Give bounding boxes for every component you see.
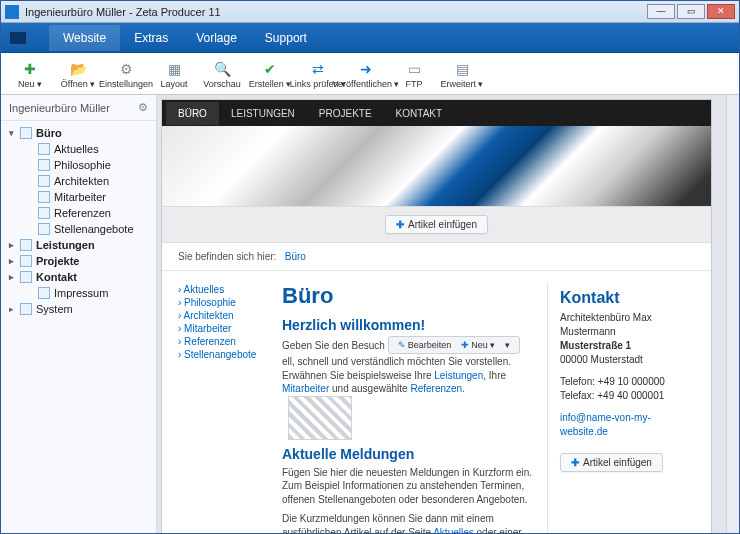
tool-öffnen[interactable]: 📂Öffnen ▾	[55, 58, 101, 89]
site-nav-buero[interactable]: BÜRO	[166, 102, 219, 125]
preview-pane: BÜRO LEISTUNGEN PROJEKTE KONTAKT ✚ Artik…	[157, 95, 739, 533]
site-nav-kontakt[interactable]: KONTAKT	[384, 102, 454, 125]
plus-icon: ✚	[396, 219, 404, 230]
subnav-referenzen[interactable]: Referenzen	[178, 335, 268, 348]
toolbar: ✚Neu ▾📂Öffnen ▾⚙Einstellungen▦Layout🔍Vor…	[1, 53, 739, 95]
insert-article-button-right[interactable]: ✚ Artikel einfügen	[560, 453, 663, 472]
breadcrumb: Sie befinden sich hier: Büro	[162, 243, 711, 271]
tool-layout[interactable]: ▦Layout	[151, 58, 197, 89]
page-icon	[20, 271, 32, 283]
link-referenzen[interactable]: Referenzen	[410, 383, 462, 394]
page-icon	[38, 191, 50, 203]
news-heading: Aktuelle Meldungen	[282, 446, 533, 462]
menu-vorlage[interactable]: Vorlage	[182, 25, 251, 51]
tree-node-impressum[interactable]: Impressum	[3, 285, 154, 301]
tree-node-aktuelles[interactable]: Aktuelles	[3, 141, 154, 157]
page-icon	[20, 239, 32, 251]
site-nav-leistungen[interactable]: LEISTUNGEN	[219, 102, 307, 125]
page-canvas: BÜRO LEISTUNGEN PROJEKTE KONTAKT ✚ Artik…	[161, 99, 712, 533]
tool-einstellungen[interactable]: ⚙Einstellungen	[103, 58, 149, 89]
twisty-icon[interactable]: ▾	[7, 128, 16, 138]
twisty-icon[interactable]: ▸	[7, 272, 16, 282]
hero-image	[162, 126, 711, 206]
insert-article-button-top[interactable]: ✚ Artikel einfügen	[385, 215, 488, 234]
contact-email-link[interactable]: info@name-von-my-website.de	[560, 412, 651, 437]
inline-edit-toolbar[interactable]: ✎Bearbeiten ✚Neu▾ ▾	[388, 336, 520, 354]
ftp-icon: ▭	[405, 60, 423, 78]
news-paragraph-1[interactable]: Fügen Sie hier die neuesten Meldungen in…	[282, 466, 533, 507]
link-aktuelles[interactable]: Aktuelles	[433, 527, 474, 533]
sidebar-header: Ingenieurbüro Müller ⚙	[1, 95, 156, 121]
tree-node-mitarbeiter[interactable]: Mitarbeiter	[3, 189, 154, 205]
chevron-down-icon: ▾	[505, 339, 510, 351]
main-split: Ingenieurbüro Müller ⚙ ▾BüroAktuellesPhi…	[1, 95, 739, 533]
close-button[interactable]: ✕	[707, 4, 735, 19]
tool-vorschau[interactable]: 🔍Vorschau	[199, 58, 245, 89]
tree-node-system[interactable]: ▸System	[3, 301, 154, 317]
page-icon	[20, 303, 32, 315]
menu-extras[interactable]: Extras	[120, 25, 182, 51]
pencil-icon: ✎	[398, 339, 406, 351]
maximize-button[interactable]: ▭	[677, 4, 705, 19]
page-icon	[20, 127, 32, 139]
tree-node-kontakt[interactable]: ▸Kontakt	[3, 269, 154, 285]
tool-ftp[interactable]: ▭FTP	[391, 58, 437, 89]
twisty-icon[interactable]: ▸	[7, 240, 16, 250]
tool-erweitert[interactable]: ▤Erweitert ▾	[439, 58, 485, 89]
open-icon: 📂	[69, 60, 87, 78]
menu-support[interactable]: Support	[251, 25, 321, 51]
build-icon: ✔	[261, 60, 279, 78]
insert-bar-top: ✚ Artikel einfügen	[162, 206, 711, 243]
site-nav: BÜRO LEISTUNGEN PROJEKTE KONTAKT	[162, 100, 711, 126]
inline-new-button[interactable]: ✚Neu▾	[458, 339, 498, 351]
tree-node-referenzen[interactable]: Referenzen	[3, 205, 154, 221]
breadcrumb-current[interactable]: Büro	[285, 251, 306, 262]
plus-icon: ✚	[461, 339, 469, 351]
sidebar: Ingenieurbüro Müller ⚙ ▾BüroAktuellesPhi…	[1, 95, 157, 533]
tree-node-philosophie[interactable]: Philosophie	[3, 157, 154, 173]
minimize-button[interactable]: —	[647, 4, 675, 19]
tree-node-büro[interactable]: ▾Büro	[3, 125, 154, 141]
link-leistungen[interactable]: Leistungen	[434, 370, 483, 381]
welcome-paragraph[interactable]: Geben Sie den Besuch ✎Bearbeiten ✚Neu▾ ▾…	[282, 337, 533, 440]
page-icon	[38, 207, 50, 219]
contact-address: Architektenbüro Max Mustermann Musterstr…	[560, 311, 695, 367]
tool-neu[interactable]: ✚Neu ▾	[7, 58, 53, 89]
tool-erstellen[interactable]: ✔Erstellen ▾	[247, 58, 293, 89]
gear-icon[interactable]: ⚙	[138, 101, 148, 114]
subnav-mitarbeiter[interactable]: Mitarbeiter	[178, 322, 268, 335]
layout-icon: ▦	[165, 60, 183, 78]
subnav-aktuelles[interactable]: Aktuelles	[178, 283, 268, 296]
page-icon	[38, 159, 50, 171]
inline-edit-button[interactable]: ✎Bearbeiten	[395, 339, 455, 351]
inline-more-button[interactable]: ▾	[502, 339, 513, 351]
twisty-icon[interactable]: ▸	[7, 304, 16, 314]
tree-node-projekte[interactable]: ▸Projekte	[3, 253, 154, 269]
subnav-stellenangebote[interactable]: Stellenangebote	[178, 348, 268, 361]
subnav-philosophie[interactable]: Philosophie	[178, 296, 268, 309]
tree-node-leistungen[interactable]: ▸Leistungen	[3, 237, 154, 253]
site-nav-projekte[interactable]: PROJEKTE	[307, 102, 384, 125]
menu-website[interactable]: Website	[49, 25, 120, 51]
chevron-down-icon: ▾	[490, 339, 495, 351]
subnav-architekten[interactable]: Architekten	[178, 309, 268, 322]
twisty-icon[interactable]: ▸	[7, 256, 16, 266]
publish-icon: ➜	[357, 60, 375, 78]
sidebar-title: Ingenieurbüro Müller	[9, 102, 110, 114]
page-icon	[38, 175, 50, 187]
tree-node-stellenangebote[interactable]: Stellenangebote	[3, 221, 154, 237]
link-mitarbeiter[interactable]: Mitarbeiter	[282, 383, 329, 394]
image-placeholder[interactable]	[288, 396, 352, 440]
tool-veröffentlichen[interactable]: ➜Veröffentlichen ▾	[343, 58, 389, 89]
vertical-scrollbar[interactable]	[726, 95, 739, 533]
tree-node-architekten[interactable]: Architekten	[3, 173, 154, 189]
news-paragraph-2[interactable]: Die Kurzmeldungen können Sie dann mit ei…	[282, 512, 533, 533]
links-icon: ⇄	[309, 60, 327, 78]
preview-icon: 🔍	[213, 60, 231, 78]
app-window: Ingenieurbüro Müller - Zeta Producer 11 …	[0, 0, 740, 534]
plus-icon: ✚	[571, 457, 579, 468]
app-icon	[5, 5, 19, 19]
page-icon	[20, 255, 32, 267]
titlebar: Ingenieurbüro Müller - Zeta Producer 11 …	[1, 1, 739, 23]
brand-logo	[9, 31, 27, 45]
